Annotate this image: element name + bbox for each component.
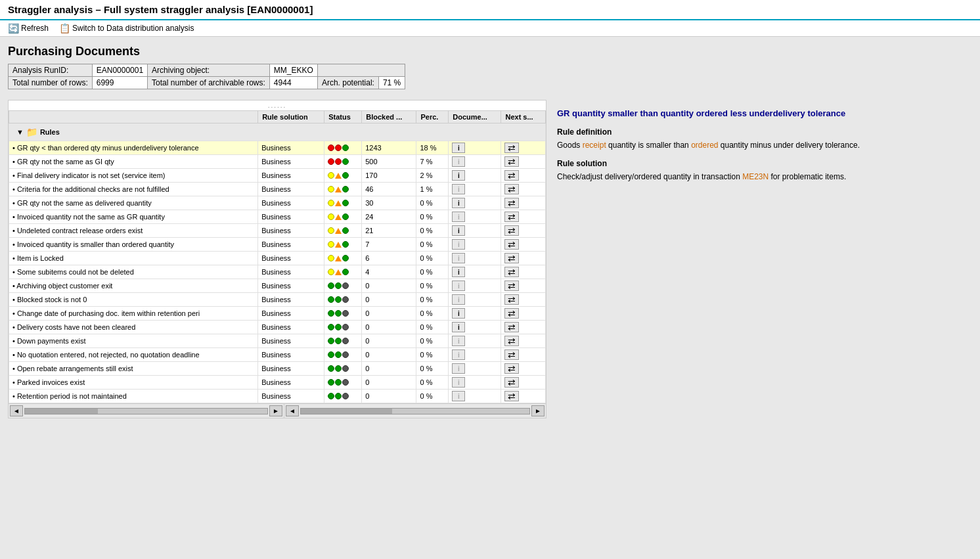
rule-name-cell: • Criteria for the additional checks are…	[9, 183, 258, 196]
info-button[interactable]: i	[452, 267, 465, 277]
scroll-right-arrow2[interactable]: ►	[531, 405, 545, 416]
table-row[interactable]: • Item is LockedBusiness60 %i⇄	[9, 252, 546, 265]
table-row[interactable]: • Parked invoices existBusiness00 %i⇄	[9, 376, 546, 390]
rule-solution-cell: Business	[258, 196, 324, 210]
rule-solution-cell: Business	[258, 210, 324, 224]
next-button[interactable]: ⇄	[504, 156, 519, 167]
total-archivable-value: 4944	[269, 77, 317, 89]
divider-dots: ......	[9, 101, 546, 110]
info-button[interactable]: i	[452, 322, 465, 332]
rule-solution-text: Check/adjust delivery/ordered quantity i…	[557, 171, 962, 183]
rule-solution-cell: Business	[258, 376, 324, 390]
rule-solution-cell: Business	[258, 307, 324, 321]
info-button-disabled: i	[452, 391, 465, 401]
next-button[interactable]: ⇄	[504, 391, 519, 401]
next-button[interactable]: ⇄	[504, 363, 519, 374]
table-row[interactable]: • Down payments existBusiness00 %i⇄	[9, 334, 546, 348]
highlight-transaction: ME23N	[742, 172, 768, 181]
rule-blocked-cell: 4	[362, 265, 416, 279]
info-button[interactable]: i	[452, 308, 465, 319]
main-content: Purchasing Documents Analysis RunID: EAN…	[0, 37, 980, 426]
table-row[interactable]: • Blocked stock is not 0Business00 %i⇄	[9, 293, 546, 307]
next-button[interactable]: ⇄	[504, 198, 519, 208]
next-button[interactable]: ⇄	[504, 349, 519, 360]
rule-solution-label: Rule solution	[557, 159, 962, 168]
rule-doc-cell: i	[449, 307, 501, 321]
rule-perc-cell: 0 %	[416, 252, 449, 265]
next-button[interactable]: ⇄	[504, 377, 519, 388]
next-button[interactable]: ⇄	[504, 267, 519, 277]
table-row[interactable]: • GR qty not the same as GI qtyBusiness5…	[9, 155, 546, 169]
rule-definition-text: Goods receipt quantity is smaller than o…	[557, 139, 962, 151]
rule-nav-cell: ⇄	[501, 362, 546, 376]
next-button[interactable]: ⇄	[504, 336, 519, 346]
scroll-left-track[interactable]	[24, 408, 268, 414]
next-button[interactable]: ⇄	[504, 239, 519, 250]
next-button[interactable]: ⇄	[504, 280, 519, 291]
scroll-right-track[interactable]	[300, 408, 530, 414]
next-button[interactable]: ⇄	[504, 170, 519, 181]
rule-status-cell	[324, 196, 362, 210]
rule-solution-cell: Business	[258, 224, 324, 238]
next-button[interactable]: ⇄	[504, 294, 519, 305]
next-button[interactable]: ⇄	[504, 225, 519, 236]
rule-solution-cell: Business	[258, 390, 324, 403]
rule-name-cell: • GR qty not the same as GI qty	[9, 155, 258, 169]
rule-doc-cell: i	[449, 321, 501, 334]
rule-nav-cell: ⇄	[501, 196, 546, 210]
table-row[interactable]: • Change date of purchasing doc. item wi…	[9, 307, 546, 321]
next-button[interactable]: ⇄	[504, 308, 519, 319]
table-row[interactable]: • GR qty not the same as delivered quant…	[9, 196, 546, 210]
rule-perc-cell: 0 %	[416, 321, 449, 334]
next-button[interactable]: ⇄	[504, 143, 519, 153]
table-row[interactable]: • Final delivery indicator is not set (s…	[9, 169, 546, 183]
rule-blocked-cell: 30	[362, 196, 416, 210]
rule-nav-cell: ⇄	[501, 348, 546, 362]
table-row[interactable]: • Invoiced quantity not the same as GR q…	[9, 210, 546, 224]
info-button[interactable]: i	[452, 198, 465, 208]
rule-nav-cell: ⇄	[501, 224, 546, 238]
table-row[interactable]: • GR qty < than ordered qty minus underd…	[9, 141, 546, 155]
info-button-disabled: i	[452, 363, 465, 374]
table-row[interactable]: • No quotation entered, not rejected, no…	[9, 348, 546, 362]
rule-blocked-cell: 7	[362, 238, 416, 252]
table-row[interactable]: • Delivery costs have not been clearedBu…	[9, 321, 546, 334]
collapse-icon[interactable]: ▼	[16, 128, 24, 136]
scroll-right-arrow1[interactable]: ►	[269, 405, 282, 416]
next-button[interactable]: ⇄	[504, 184, 519, 194]
info-button[interactable]: i	[452, 170, 465, 181]
rule-status-cell	[324, 224, 362, 238]
highlight-receipt: receipt	[583, 141, 606, 150]
info-button[interactable]: i	[452, 225, 465, 236]
rule-perc-cell: 0 %	[416, 279, 449, 293]
info-button[interactable]: i	[452, 143, 465, 153]
rule-doc-cell: i	[449, 141, 501, 155]
rule-status-cell	[324, 155, 362, 169]
rule-nav-cell: ⇄	[501, 265, 546, 279]
table-row[interactable]: • Invoiced quantity is smaller than orde…	[9, 238, 546, 252]
info-button-disabled: i	[452, 156, 465, 167]
next-button[interactable]: ⇄	[504, 322, 519, 332]
rule-name-cell: • Undeleted contract release orders exis…	[9, 224, 258, 238]
next-button[interactable]: ⇄	[504, 253, 519, 263]
rule-nav-cell: ⇄	[501, 238, 546, 252]
scroll-left-arrow2[interactable]: ◄	[286, 405, 299, 416]
next-button[interactable]: ⇄	[504, 212, 519, 222]
rule-doc-cell: i	[449, 169, 501, 183]
rule-solution-cell: Business	[258, 321, 324, 334]
table-row[interactable]: • Archiving object customer exitBusiness…	[9, 279, 546, 293]
switch-button[interactable]: 📋 Switch to Data distribution analysis	[59, 23, 194, 34]
table-row[interactable]: • Open rebate arrangements still existBu…	[9, 362, 546, 376]
table-row[interactable]: • Criteria for the additional checks are…	[9, 183, 546, 196]
refresh-button[interactable]: 🔄 Refresh	[8, 23, 49, 34]
table-row[interactable]: • Some subitems could not be deletedBusi…	[9, 265, 546, 279]
table-row[interactable]: • Undeleted contract release orders exis…	[9, 224, 546, 238]
rules-group-label: Rules	[40, 128, 60, 136]
rule-name-cell: • Item is Locked	[9, 252, 258, 265]
rule-nav-cell: ⇄	[501, 334, 546, 348]
rule-perc-cell: 0 %	[416, 362, 449, 376]
rule-doc-cell: i	[449, 293, 501, 307]
rule-name-cell: • Retention period is not maintained	[9, 390, 258, 403]
scroll-left-arrow[interactable]: ◄	[10, 405, 23, 416]
table-row[interactable]: • Retention period is not maintainedBusi…	[9, 390, 546, 403]
